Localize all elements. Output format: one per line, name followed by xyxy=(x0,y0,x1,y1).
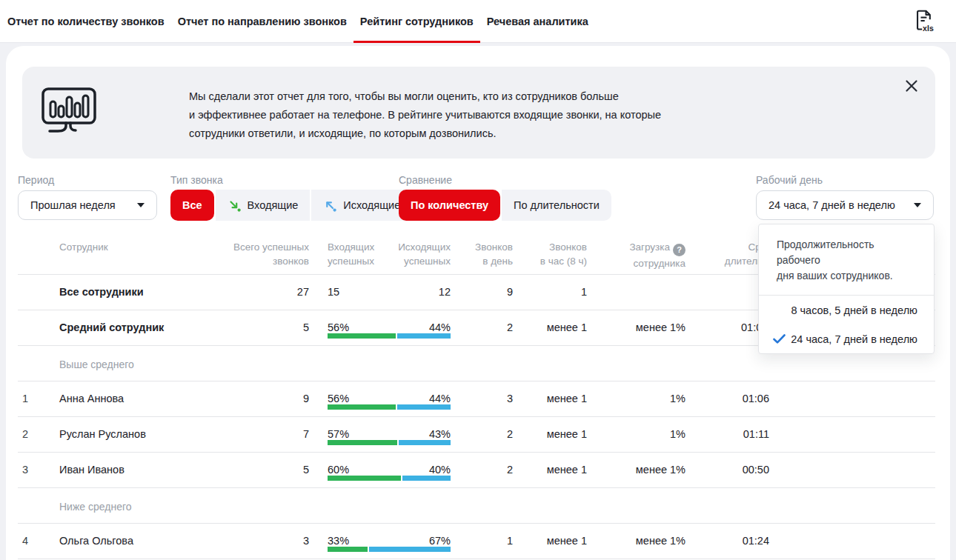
group-label: Выше среднего xyxy=(59,358,134,371)
call-type-option-0-button[interactable]: Все xyxy=(170,190,214,221)
active-tab-underline xyxy=(353,41,480,44)
tab-label: Отчет по направлению звонков xyxy=(178,16,347,27)
employee-name-cell: Ольга Ольгова xyxy=(59,534,133,547)
employee-name-cell: Руслан Русланов xyxy=(59,427,146,441)
outgoing-bar-segment xyxy=(397,333,451,339)
call-type-label: Тип звонка xyxy=(170,174,223,186)
tab-0[interactable]: Отчет по количеству звонков xyxy=(1,0,171,42)
outgoing-bar-segment xyxy=(369,547,451,552)
total-calls-cell: 5 xyxy=(166,321,309,334)
calls-per-day-cell: 1 xyxy=(439,534,513,547)
in-out-ratio-bar xyxy=(328,476,451,481)
call-type-option-2-button[interactable]: Исходящие xyxy=(311,190,412,221)
check-icon xyxy=(773,334,786,344)
column-header-line: в день xyxy=(439,254,513,268)
tab-2[interactable]: Рейтинг сотрудников xyxy=(353,0,480,42)
column-header-text: в день xyxy=(482,256,513,267)
avg-duration-cell: 01:24 xyxy=(670,534,769,547)
column-header-line: звонков xyxy=(166,254,309,268)
tab-label: Отчет по количеству звонков xyxy=(7,16,165,27)
column-header-line: сотрудника xyxy=(572,256,686,270)
column-header-text: Входящих xyxy=(328,241,374,253)
incoming-bar-segment xyxy=(328,404,396,410)
xls-export-icon: xls xyxy=(912,8,935,36)
table-row: 2Руслан Русланов757%43%2менее 11%01:11 xyxy=(18,417,935,453)
in-out-ratio-bar xyxy=(328,333,451,339)
tab-3[interactable]: Речевая аналитика xyxy=(480,0,595,42)
in-out-ratio-bar xyxy=(328,440,451,445)
call-type-segmented-control: ВсеВходящиеИсходящие xyxy=(170,190,412,221)
calls-per-day-cell: 2 xyxy=(439,463,513,476)
load-cell: менее 1% xyxy=(572,321,686,334)
total-calls-cell: 9 xyxy=(166,392,309,405)
chevron-down-icon xyxy=(137,203,145,207)
tab-1[interactable]: Отчет по направлению звонков xyxy=(171,0,353,42)
load-cell: 1% xyxy=(572,392,686,405)
comparison-option-0-button[interactable]: По количеству xyxy=(399,190,500,221)
svg-text:xls: xls xyxy=(923,24,934,33)
incoming-bar-segment xyxy=(328,547,368,552)
incoming-bar-segment xyxy=(328,476,401,481)
employee-name-cell: Иван Иванов xyxy=(59,463,125,476)
group-label: Ниже среднего xyxy=(59,500,132,513)
avg-duration-cell: 00:50 xyxy=(670,463,769,476)
outgoing-bar-segment xyxy=(402,476,451,481)
workday-dropdown-description: Продолжительность рабочего дня ваших сот… xyxy=(759,224,934,295)
workday-select[interactable]: 24 часа, 7 дней в неделю xyxy=(756,190,934,220)
in-out-ratio-bar xyxy=(328,404,451,410)
workday-option-label: 8 часов, 5 дней в неделю xyxy=(791,304,917,316)
period-label: Период xyxy=(18,174,54,186)
chevron-down-icon xyxy=(914,203,921,207)
workday-option-1[interactable]: 24 часа, 7 дней в неделю xyxy=(759,324,934,353)
column-header-load: Загрузка?сотрудника xyxy=(572,240,686,270)
tab-label: Рейтинг сотрудников xyxy=(360,16,474,27)
calls-per-day-cell: 2 xyxy=(439,427,513,441)
column-header-text: успешных xyxy=(328,256,374,267)
column-header-line: Звонков xyxy=(439,240,513,254)
column-header-text: Звонков xyxy=(475,241,513,253)
total-calls-cell: 3 xyxy=(166,534,309,547)
comparison-option-1-button[interactable]: По длительности xyxy=(502,190,611,221)
incoming-bar-segment xyxy=(328,440,397,445)
load-cell: 1% xyxy=(572,427,686,441)
column-header-per-day: Звонковв день xyxy=(439,240,513,268)
calls-per-day-cell: 3 xyxy=(439,392,513,405)
rank-cell: 1 xyxy=(22,392,52,405)
calls-per-day-cell: 9 xyxy=(439,285,513,299)
workday-dropdown-panel: Продолжительность рабочего дня ваших сот… xyxy=(758,224,935,354)
comparison-label: Сравнение xyxy=(399,174,452,186)
export-xls-button[interactable]: xls xyxy=(909,8,938,36)
info-banner: Мы сделали этот отчет для того, чтобы вы… xyxy=(22,67,935,159)
column-header-line: Загрузка? xyxy=(572,240,686,256)
rank-cell: 4 xyxy=(22,534,52,547)
close-icon[interactable] xyxy=(904,79,919,93)
outgoing-call-arrow-icon xyxy=(323,199,337,213)
column-header-total: Всего успешныхзвонков xyxy=(166,240,309,268)
banner-text: Мы сделали этот отчет для того, чтобы вы… xyxy=(189,87,915,143)
workday-option-label: 24 часа, 7 дней в неделю xyxy=(791,333,917,345)
workday-option-0[interactable]: 8 часов, 5 дней в неделю xyxy=(759,296,934,324)
comparison-option-label: По количеству xyxy=(411,199,488,211)
table-row: 3Иван Иванов560%40%2менее 1менее 1%00:50 xyxy=(18,453,935,488)
in-out-ratio-bar xyxy=(328,547,451,552)
column-header-text: Загрузка xyxy=(629,241,670,253)
rank-cell: 2 xyxy=(22,427,52,441)
employee-name-cell: Анна Аннова xyxy=(59,392,124,405)
column-header-text: звонков xyxy=(273,256,309,267)
calls-per-day-cell: 2 xyxy=(439,321,513,334)
call-type-option-label: Входящие xyxy=(248,199,299,211)
column-header-line: Сотрудник xyxy=(59,240,108,254)
load-cell: менее 1% xyxy=(572,463,686,476)
report-tabs: Отчет по количеству звонковОтчет по напр… xyxy=(1,0,595,42)
period-select[interactable]: Прошлая неделя xyxy=(18,190,157,220)
column-header-line: Всего успешных xyxy=(166,240,309,254)
column-header-text: Сотрудник xyxy=(59,241,108,253)
call-type-option-1-button[interactable]: Входящие xyxy=(216,190,311,221)
avg-duration-cell: 01:06 xyxy=(670,392,769,405)
report-card: Мы сделали этот отчет для того, чтобы вы… xyxy=(6,46,950,560)
comparison-segmented-control: По количествуПо длительности xyxy=(399,190,611,221)
employee-name-cell: Все сотрудники xyxy=(59,285,144,299)
column-header-text: Всего успешных xyxy=(233,241,309,253)
tab-label: Речевая аналитика xyxy=(487,16,588,27)
total-calls-cell: 7 xyxy=(166,427,309,441)
